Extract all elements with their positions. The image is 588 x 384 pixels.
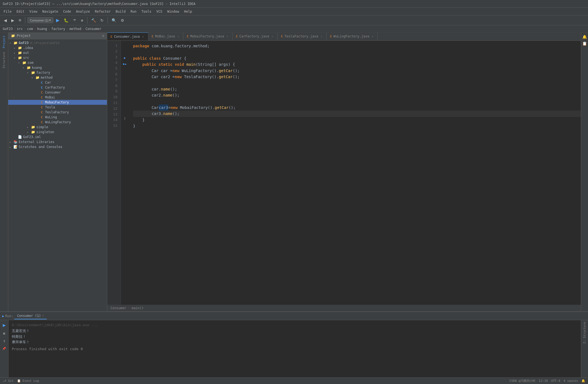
tab-mobaifactory-java[interactable]: C MobaiFactory.java ×: [183, 32, 232, 40]
code-line-7: [133, 80, 581, 86]
tree-item-wulingfactory[interactable]: CWuLingFactory: [8, 120, 107, 125]
fold-gutter-13[interactable]: }: [122, 116, 128, 122]
notifications-icon[interactable]: 🔔: [582, 35, 587, 39]
breadcrumb-factory[interactable]: factory: [51, 27, 65, 31]
menu-vcs[interactable]: VCS: [154, 9, 165, 14]
tree-item-kuang[interactable]: ▾📁kuang: [8, 65, 107, 70]
settings-gear-icon[interactable]: ⚙: [102, 34, 104, 38]
breadcrumb-consumer[interactable]: Consumer: [85, 27, 101, 31]
stop-button[interactable]: ■: [79, 17, 85, 24]
tree-item-simple[interactable]: ▸📁simple: [8, 125, 107, 130]
menu-refactor[interactable]: Refactor: [93, 9, 113, 14]
tree-item-mobai[interactable]: CMoBai: [8, 95, 107, 100]
menu-run[interactable]: Run: [128, 9, 139, 14]
tree-item-scratches[interactable]: ▸📝Scratches and Consoles: [8, 144, 107, 149]
line-col-info[interactable]: 12:18: [539, 379, 548, 383]
indent-info[interactable]: 4 spaces: [564, 379, 578, 383]
breadcrumb-gof23[interactable]: GoF23: [3, 27, 13, 31]
tab-wulingfactory-close[interactable]: ×: [371, 35, 374, 38]
notifications-count[interactable]: 🔔: [581, 379, 585, 383]
tab-consumer-close[interactable]: ×: [142, 35, 145, 39]
project-tree: ▾📁GoF23D:\Project\GoF23▸📁.idea▸📁out▾📁src…: [8, 39, 107, 311]
menu-file[interactable]: File: [1, 9, 14, 14]
tree-item-car[interactable]: CCar: [8, 80, 107, 85]
tree-label-kuang: kuang: [32, 66, 42, 70]
run-label: Run:: [5, 314, 13, 318]
breadcrumb-kuang[interactable]: kuang: [37, 27, 47, 31]
sync-button[interactable]: ↻: [99, 17, 105, 24]
menu-view[interactable]: View: [27, 9, 40, 14]
code-gutter: ▶ ▶▶ }: [121, 41, 129, 305]
tree-item-idea[interactable]: ▸📁.idea: [8, 45, 107, 50]
rerun-button[interactable]: ▶: [2, 322, 7, 328]
location-method[interactable]: main(): [132, 306, 143, 310]
event-log-icon[interactable]: 📋 Event Log: [17, 379, 39, 383]
run-gutter-3[interactable]: ▶: [122, 55, 128, 61]
tree-item-com[interactable]: ▾📁com: [8, 60, 107, 65]
settings-button[interactable]: ⚙: [119, 17, 126, 24]
tree-item-carfactory[interactable]: CCarFactory: [8, 85, 107, 90]
tab-teslafactory-close[interactable]: ×: [320, 35, 323, 38]
menu-code[interactable]: Code: [61, 9, 73, 14]
menu-tools[interactable]: Tools: [139, 9, 154, 14]
menu-build[interactable]: Build: [114, 9, 128, 14]
tab-teslafactory-java[interactable]: C TeslaFactory.java ×: [278, 32, 327, 40]
breadcrumb: GoF23 › src › com › kuang › factory › me…: [0, 25, 588, 32]
run-button[interactable]: ▶: [54, 17, 61, 24]
tree-item-factory[interactable]: ▾📁factory: [8, 70, 107, 75]
tab-mobaifactory-icon: C: [187, 35, 189, 38]
tree-item-consumer[interactable]: CConsumer: [8, 90, 107, 95]
menu-window[interactable]: Window: [165, 9, 181, 14]
tree-item-external-libs[interactable]: ▸📚External Libraries: [8, 139, 107, 144]
tab-mobai-close[interactable]: ×: [176, 35, 180, 38]
tree-item-gof23-iml[interactable]: 📄GoF23.iml: [8, 135, 107, 139]
menu-edit[interactable]: Edit: [14, 9, 27, 14]
tree-item-method[interactable]: ▾📁method: [8, 75, 107, 80]
structure-tool-icon[interactable]: Structure: [1, 51, 7, 69]
recent-files-button[interactable]: ⊞: [17, 17, 23, 23]
breadcrumb-method[interactable]: method: [69, 27, 81, 31]
git-branch-icon[interactable]: ⎇ Git: [3, 379, 14, 383]
tree-item-singleton[interactable]: ▸📁singleton: [8, 130, 107, 135]
run-tab-close[interactable]: ×: [42, 314, 44, 317]
back-button[interactable]: ◀: [2, 17, 9, 24]
menu-navigate[interactable]: Navigate: [40, 9, 60, 14]
restore-layout-button[interactable]: ⬆: [2, 338, 7, 344]
tree-item-tesla[interactable]: CTesla: [8, 105, 107, 110]
tab-carfactory-close[interactable]: ×: [271, 35, 274, 38]
forward-button[interactable]: ▶: [10, 17, 16, 24]
z-structure-label[interactable]: Z: Structure: [583, 322, 586, 344]
location-class[interactable]: Consumer: [111, 306, 126, 310]
run-gutter-4[interactable]: ▶▶: [122, 61, 128, 67]
tree-item-src[interactable]: ▾📁src: [8, 55, 107, 60]
build-button[interactable]: 🔨: [90, 17, 98, 24]
tree-item-mobaifactory[interactable]: CMobaiFactory: [8, 100, 107, 105]
breadcrumb-src[interactable]: src: [17, 27, 23, 31]
pin-tab-button[interactable]: 📌: [1, 346, 7, 352]
search-everywhere-button[interactable]: 🔍: [110, 17, 118, 24]
code-editor[interactable]: 1 2 3 4 5 6 7 8 9 10 11 12 13 14 15 ▶: [107, 41, 581, 305]
tab-mobaifactory-close[interactable]: ×: [226, 35, 229, 38]
tab-mobai-java[interactable]: C MoBai.java ×: [148, 32, 184, 40]
run-coverage-button[interactable]: ☂: [71, 17, 78, 24]
tree-item-wuling[interactable]: CWuLing: [8, 115, 107, 120]
project-tool-icon[interactable]: Project: [1, 35, 7, 49]
run-panel: ▶ ■ ⬆ 📌 D:\Environment\jdk8\jdk\bin\java…: [0, 320, 588, 377]
debug-button[interactable]: 🐛: [62, 17, 70, 24]
tree-item-out[interactable]: ▸📁out: [8, 50, 107, 55]
stop-run-button[interactable]: ■: [2, 330, 6, 337]
breadcrumb-com[interactable]: com: [27, 27, 33, 31]
tab-wulingfactory-java[interactable]: C WuLingFactory.java ×: [327, 32, 378, 40]
run-config-dropdown[interactable]: Consumer (1) ▾: [27, 17, 53, 23]
tab-carfactory-java[interactable]: C CarFactory.java ×: [233, 32, 278, 40]
tree-item-gof23-root[interactable]: ▾📁GoF23D:\Project\GoF23: [8, 40, 107, 45]
tree-label-simple: simple: [36, 125, 48, 129]
menu-analyze[interactable]: Analyze: [74, 9, 92, 14]
vcs-icon[interactable]: 📋: [582, 41, 587, 46]
code-content[interactable]: package com.kuang.factory.method; public…: [129, 41, 581, 305]
run-tab[interactable]: Consumer (1) ×: [14, 313, 47, 319]
encoding-info[interactable]: UTF-8: [551, 379, 560, 383]
tree-item-teslafactory[interactable]: CTeslaFactory: [8, 110, 107, 115]
menu-help[interactable]: Help: [182, 9, 194, 14]
tab-consumer-java[interactable]: C Consumer.java ×: [107, 32, 148, 40]
